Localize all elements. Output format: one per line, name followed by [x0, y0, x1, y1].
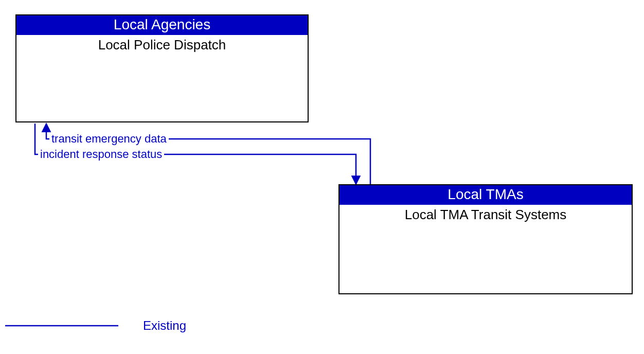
box-local-tmas: Local TMAs Local TMA Transit Systems [338, 184, 633, 294]
legend-existing-label: Existing [143, 318, 186, 333]
flow-label-transit-emergency-data: transit emergency data [49, 132, 169, 146]
box-local-agencies-body: Local Police Dispatch [16, 35, 308, 53]
box-local-tmas-body: Local TMA Transit Systems [339, 205, 632, 223]
box-local-agencies-header: Local Agencies [16, 15, 308, 35]
box-local-tmas-header: Local TMAs [339, 185, 632, 205]
flow-label-incident-response-status: incident response status [38, 148, 164, 161]
box-local-agencies: Local Agencies Local Police Dispatch [15, 14, 309, 122]
